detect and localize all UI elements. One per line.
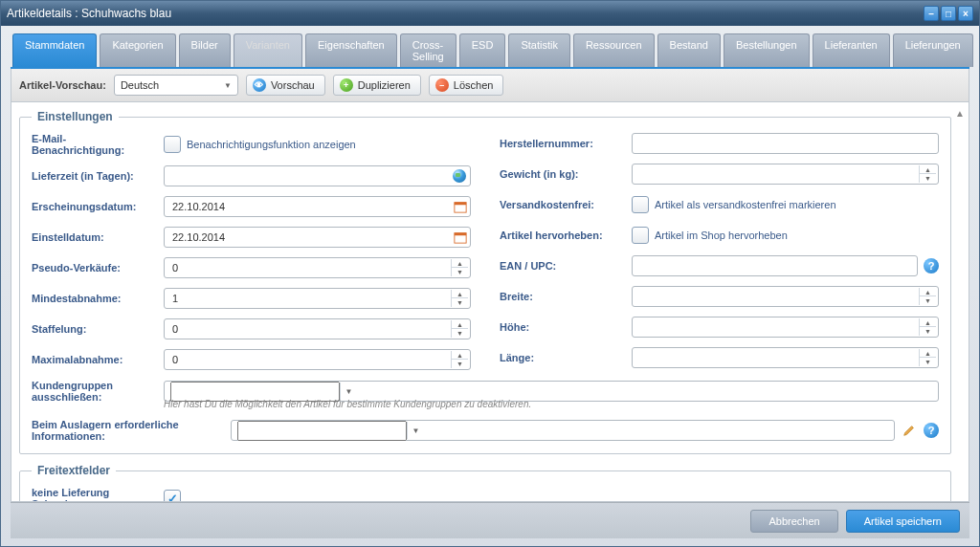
min-purchase-input[interactable]: ▲▼	[164, 288, 471, 309]
preview-label: Artikel-Vorschau:	[19, 79, 106, 91]
tab-varianten: Varianten	[234, 33, 302, 67]
pencil-icon[interactable]	[902, 424, 916, 437]
chevron-down-icon: ▼	[224, 81, 232, 90]
form-scroll-area[interactable]: ▲ Einstellungen E-Mail-Benachrichtigung:…	[11, 102, 969, 502]
free-shipping-desc: Artikel als versandkostenfrei markieren	[655, 199, 836, 210]
outsource-info-label: Beim Auslagern erforderliche Information…	[32, 419, 223, 442]
tab-esd[interactable]: ESD	[459, 33, 506, 67]
spinner-down-icon[interactable]: ▼	[919, 358, 936, 366]
delivery-time-label: Lieferzeit (in Tagen):	[32, 170, 156, 182]
tab-lieferungen[interactable]: Lieferungen	[893, 33, 973, 67]
spinner-up-icon[interactable]: ▲	[451, 290, 468, 298]
min-purchase-label: Mindestabnahme:	[32, 293, 156, 304]
tab-ressourcen[interactable]: Ressourcen	[573, 33, 655, 67]
weight-input[interactable]: ▲▼	[632, 164, 939, 185]
calendar-icon[interactable]	[453, 199, 468, 214]
spinner-down-icon[interactable]: ▼	[451, 329, 468, 338]
height-input[interactable]: ▲▼	[632, 317, 939, 338]
tab-stammdaten[interactable]: Stammdaten	[12, 33, 97, 67]
tab-bestand[interactable]: Bestand	[657, 33, 721, 67]
spinner-down-icon[interactable]: ▼	[919, 296, 936, 305]
minus-icon: –	[435, 78, 449, 92]
manufacturer-no-label: Herstellernummer:	[500, 138, 624, 149]
svg-rect-1	[455, 203, 466, 206]
manufacturer-no-input[interactable]	[632, 133, 939, 154]
tab-bestellungen[interactable]: Bestellungen	[724, 33, 810, 67]
free-shipping-checkbox[interactable]	[632, 196, 649, 213]
window-title: Artikeldetails : Schuhwachs blau	[7, 7, 171, 20]
spinner-up-icon[interactable]: ▲	[451, 351, 468, 360]
maximize-button[interactable]: □	[941, 6, 956, 21]
exclude-groups-label: Kundengruppen ausschließen:	[32, 380, 156, 403]
chevron-down-icon[interactable]: ▼	[340, 383, 357, 400]
spinner-up-icon[interactable]: ▲	[919, 318, 936, 327]
width-label: Breite:	[500, 291, 624, 302]
chevron-down-icon[interactable]: ▼	[407, 422, 424, 439]
ean-label: EAN / UPC:	[500, 260, 624, 272]
scroll-up-icon[interactable]: ▲	[955, 108, 965, 119]
preview-toolbar: Artikel-Vorschau: Deutsch ▼ 👁 Vorschau +…	[11, 69, 969, 102]
pseudo-sales-input[interactable]: ▲▼	[164, 257, 471, 278]
tab-lieferanten[interactable]: Lieferanten	[813, 33, 890, 67]
spinner-down-icon[interactable]: ▼	[451, 298, 468, 307]
length-input[interactable]: ▲▼	[632, 347, 939, 368]
spinner-up-icon[interactable]: ▲	[451, 259, 468, 268]
help-icon[interactable]: ?	[924, 258, 939, 274]
preview-button[interactable]: 👁 Vorschau	[246, 75, 325, 96]
highlight-label: Artikel hervorheben:	[500, 230, 624, 241]
close-button[interactable]: ×	[958, 6, 973, 21]
email-notify-label: E-Mail-Benachrichtigung:	[32, 133, 156, 156]
highlight-desc: Artikel im Shop hervorheben	[655, 230, 788, 241]
language-value: Deutsch	[121, 79, 159, 91]
footer-bar: Abbrechen Artikel speichern	[11, 502, 969, 538]
spinner-down-icon[interactable]: ▼	[451, 360, 468, 368]
tab-kategorien[interactable]: Kategorien	[100, 33, 175, 67]
spinner-down-icon[interactable]: ▼	[919, 327, 936, 336]
spinner-up-icon[interactable]: ▲	[451, 320, 468, 329]
tab-statistik[interactable]: Statistik	[508, 33, 570, 67]
grading-label: Staffelung:	[32, 323, 156, 335]
length-label: Länge:	[500, 352, 624, 363]
max-purchase-label: Maximalabnahme:	[32, 354, 156, 365]
tab-eigenschaften[interactable]: Eigenschaften	[305, 33, 397, 67]
spinner-up-icon[interactable]: ▲	[919, 165, 936, 174]
no-delivery-ch-checkbox[interactable]	[164, 490, 181, 502]
globe-icon[interactable]	[451, 167, 468, 185]
creation-date-input[interactable]	[164, 227, 471, 248]
height-label: Höhe:	[500, 321, 624, 333]
pseudo-sales-label: Pseudo-Verkäufe:	[32, 262, 156, 274]
no-delivery-ch-label: keine Lieferung Schweiz:	[32, 487, 156, 502]
eye-icon: 👁	[253, 78, 266, 92]
spinner-down-icon[interactable]: ▼	[451, 268, 468, 276]
tab-bilder[interactable]: Bilder	[179, 33, 231, 67]
release-date-input[interactable]	[164, 196, 471, 217]
save-button[interactable]: Artikel speichern	[846, 510, 960, 533]
titlebar[interactable]: Artikeldetails : Schuhwachs blau – □ ×	[1, 1, 979, 26]
freetext-legend: Freitextfelder	[32, 464, 116, 477]
spinner-up-icon[interactable]: ▲	[919, 349, 936, 358]
email-notify-checkbox[interactable]	[164, 136, 181, 153]
tab-cross-selling[interactable]: Cross-Selling	[400, 33, 457, 67]
delete-button[interactable]: – Löschen	[429, 75, 504, 96]
window-controls: – □ ×	[924, 6, 973, 21]
grading-input[interactable]: ▲▼	[164, 318, 471, 339]
max-purchase-input[interactable]: ▲▼	[164, 349, 471, 370]
minimize-button[interactable]: –	[924, 6, 939, 21]
language-select[interactable]: Deutsch ▼	[114, 75, 238, 96]
highlight-checkbox[interactable]	[632, 227, 649, 244]
weight-label: Gewicht (in kg):	[500, 168, 624, 180]
width-input[interactable]: ▲▼	[632, 286, 939, 307]
article-detail-window: Artikeldetails : Schuhwachs blau – □ × S…	[0, 0, 980, 547]
help-icon[interactable]: ?	[924, 423, 939, 438]
calendar-icon[interactable]	[453, 230, 468, 245]
svg-rect-3	[455, 233, 466, 236]
outsource-info-combo[interactable]: ▼	[231, 420, 895, 441]
spinner-down-icon[interactable]: ▼	[919, 174, 936, 183]
duplicate-button[interactable]: + Duplizieren	[333, 75, 421, 96]
spinner-up-icon[interactable]: ▲	[919, 288, 936, 296]
delivery-time-input[interactable]	[164, 165, 471, 186]
settings-fieldset: Einstellungen E-Mail-Benachrichtigung: B…	[19, 110, 951, 454]
settings-legend: Einstellungen	[32, 110, 119, 123]
ean-input[interactable]	[632, 255, 918, 276]
cancel-button[interactable]: Abbrechen	[750, 510, 837, 533]
